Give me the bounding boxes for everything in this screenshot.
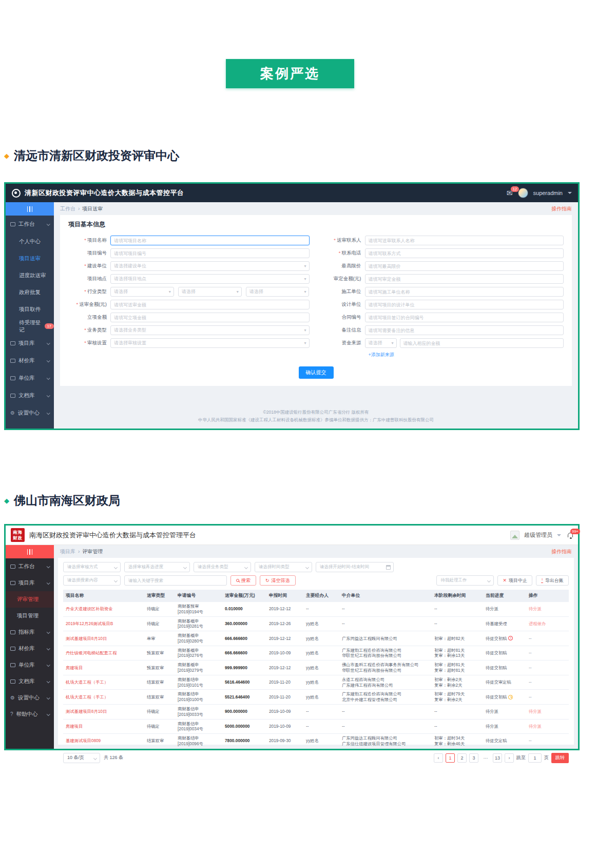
add-fund-source-link[interactable]: +添加新来源 [369,352,564,358]
operation-guide-link[interactable]: 操作指南 [551,205,572,212]
sidebar-item-project-library[interactable]: 项目库 [6,335,54,352]
final-amount-input[interactable] [365,274,564,284]
industry-type-select-2[interactable]: 请选择 [178,287,242,297]
cell-project-name[interactable]: 基建测试项目0809 [63,736,144,745]
max-price-input[interactable] [365,261,564,271]
sidebar-item-project-submit[interactable]: 项目送审 [6,250,54,267]
page-size-select[interactable]: 10 条/页 [63,753,100,763]
project-location-select[interactable]: 请选择项目地点 [110,274,310,284]
breadcrumb-parent[interactable]: 工作台 [60,205,75,212]
sidebar-item-workbench[interactable]: 工作台 [6,216,54,233]
cell-operation-link[interactable]: 待分派 [526,707,569,716]
industry-type-select-1[interactable]: 请选择 [110,287,174,297]
search-button[interactable]: 搜索 [230,575,256,586]
confirm-submit-button[interactable]: 确认提交 [299,366,334,379]
design-company-input[interactable] [365,300,564,309]
material-price-icon [10,359,15,363]
cell-project-name[interactable]: 房建项目 [63,722,144,731]
cell-operation-link[interactable]: 进程催办 [526,619,569,628]
review-setting-select[interactable]: 请选择审核设置 [110,338,310,348]
cell-review-type: 待确定 [144,619,175,628]
operation-guide-link[interactable]: 操作指南 [551,548,572,555]
avatar[interactable] [510,531,519,540]
project-stop-button[interactable]: ✕项目中止 [497,575,532,586]
sidebar-item-project-management[interactable]: 项目管理 [6,608,54,624]
filter-row-2: 请选择搜索内容 搜索 ↻清空筛选 待我处理工作 ✕项目中止 ↑导出台账 [63,575,569,586]
industry-type-select-3[interactable]: 请选择 [246,287,310,297]
sidebar-item-project-pickup[interactable]: 项目取件 [6,301,54,318]
keyword-search-input[interactable] [124,575,227,586]
sidebar-item-workbench[interactable]: 工作台 [6,558,54,575]
cell-operation-link[interactable]: 待分派 [526,722,569,731]
sidebar-item-unit-library[interactable]: 单位库 [6,657,54,673]
sidebar-item-document-library[interactable]: 文档库 [6,387,54,404]
sidebar-item-pending-register[interactable]: 待受理登记17 [6,318,54,335]
search-field-select[interactable]: 请选择搜索内容 [63,575,121,586]
jump-button[interactable]: 跳转 [551,753,569,763]
review-amount-input[interactable] [110,300,310,309]
notification-bell-icon[interactable]: 99+ [568,533,573,537]
sidebar-item-review-management[interactable]: 评审管理 [6,591,54,608]
project-name-input[interactable] [110,236,310,245]
prev-page-button[interactable]: ‹ [434,753,443,763]
jump-page-input[interactable] [528,753,542,763]
sidebar-item-help-center[interactable]: ?帮助中心 [6,706,54,723]
sidebar-item-project-library[interactable]: 项目库 [6,575,54,591]
table-row: 测试基建项目8月10日 单审 南财基概申[2019]0280号 666.6666… [63,631,569,646]
cell-project-name[interactable]: 丹金大道建设区补助资金 [63,605,144,613]
sidebar-collapse-button[interactable] [6,202,54,216]
construction-company-input[interactable] [365,287,564,297]
chevron-down-icon[interactable] [568,192,572,194]
mail-icon[interactable]: ✉12 [507,189,513,197]
page-button-1[interactable]: 1 [446,753,455,763]
page-button-2[interactable]: 2 [457,753,467,763]
cell-project-name[interactable]: 测试基建项目8月10日 [63,634,144,643]
breadcrumb-parent[interactable]: 项目库 [60,548,75,555]
remark-input[interactable] [365,325,564,335]
sidebar-item-gov-approval[interactable]: 政府批复 [6,284,54,301]
contract-no-input[interactable] [365,313,564,322]
sidebar-item-material-price-library[interactable]: 材价库 [6,352,54,370]
cell-project-name[interactable]: 房建项目 [63,664,144,672]
sidebar-item-personal-center[interactable]: 个人中心 [6,233,54,250]
sidebar-item-settings-center[interactable]: ⚙设置中心 [6,690,54,706]
sidebar-item-document-library[interactable]: 文档库 [6,673,54,690]
app1-header: 清新区财政投资评审中心造价大数据与成本管控平台 ✉12 superadmin [6,184,578,202]
business-type-select[interactable]: 请选择业务类型 [194,562,251,572]
sidebar-item-unit-library[interactable]: 单位库 [6,370,54,387]
sidebar-item-indicator-library[interactable]: 指标库 [6,624,54,640]
fund-source-select[interactable]: 请选择 [365,338,397,348]
cell-project-name[interactable]: 2019年12月26测试项目B [63,619,144,628]
sidebar-item-material-price-library[interactable]: 材价库 [6,640,54,657]
next-page-button[interactable]: › [505,753,514,763]
contact-person-input[interactable] [365,236,564,245]
sidebar-collapse-button[interactable] [6,545,54,558]
fund-amount-input[interactable] [400,338,564,348]
date-range-picker[interactable]: 请选择开始时间-结束时间 [316,562,394,572]
page-button-3[interactable]: 3 [469,753,478,763]
contact-phone-input[interactable] [365,248,564,258]
export-ledger-button[interactable]: ↑导出台账 [536,575,569,586]
sidebar-item-progress-payment[interactable]: 进度款送审 [6,267,54,284]
username[interactable]: superadmin [533,190,563,196]
page-button-13[interactable]: 13 [493,753,502,763]
cell-project-name[interactable]: 机场大道工程（手工） [63,693,144,702]
cell-project-name[interactable]: 测试基建项目8月10日 [63,707,144,716]
business-type-select[interactable]: 请选择业务类型 [110,325,310,335]
field-label: 设计单位 [323,301,365,308]
cell-project-name[interactable]: 丹灶镇银河电梯站配套工程 [63,649,144,657]
review-progress-select[interactable]: 选择审核再选进度 [124,562,190,572]
review-method-select[interactable]: 请选择审核方式 [63,562,121,572]
clear-filter-button[interactable]: ↻清空筛选 [260,575,296,586]
cell-remaining-time: 初审：超时34天复审：剩余46天 [432,734,483,748]
cell-operation-link[interactable]: 待分派 [526,605,569,613]
todo-work-select[interactable]: 待我处理工作 [436,575,494,586]
cell-project-name[interactable]: 机场大道工程（手工） [63,678,144,687]
construction-unit-select[interactable]: 请选择建设单位 [110,261,310,271]
sidebar-item-settings-center[interactable]: ⚙设置中心 [6,404,54,422]
approval-amount-input[interactable] [110,313,310,322]
time-type-select[interactable]: 请选择时间类型 [255,562,312,572]
chevron-down-icon[interactable] [557,534,561,536]
project-no-input[interactable] [110,248,310,258]
username[interactable]: 超级管理员 [524,531,552,539]
